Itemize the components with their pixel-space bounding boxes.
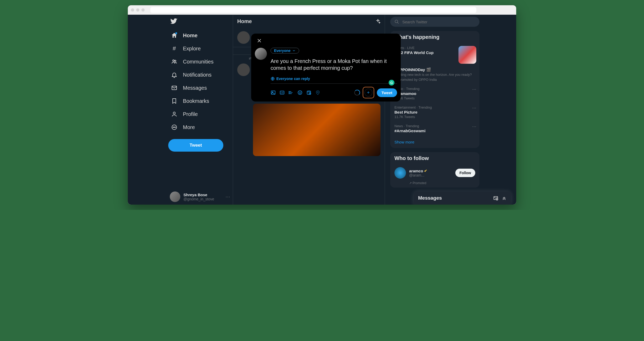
close-button[interactable] [255,36,264,45]
trend-thumbnail [458,46,476,64]
whats-happening-widget: What's happening Sports · LIVE 2022 FIFA… [390,31,479,148]
svg-point-6 [174,127,175,127]
media-image-icon[interactable] [271,90,276,95]
trend-count: 9,906 Tweets [394,96,475,100]
nav-communities[interactable]: Communities [167,55,233,68]
nav-bookmarks[interactable]: Bookmarks [167,94,233,108]
nav-explore-label: Explore [183,46,201,52]
trend-meta: Entertainment · Trending [394,105,475,109]
trend-count: 11.7K Tweets [394,115,475,119]
trend-item-bestpicture[interactable]: Entertainment · Trending Best Picture 11… [390,103,479,121]
nav-messages[interactable]: Messages [167,81,233,94]
account-handle: @gnome_in_stove [183,197,214,201]
compose-tweet-button[interactable]: Tweet [377,88,397,97]
url-bar[interactable] [150,7,476,13]
expand-dock-icon[interactable] [502,195,507,201]
svg-point-19 [300,92,301,93]
compose-text-input[interactable]: Are you a French Press or a Moka Pot fan… [271,58,397,71]
trend-item-arnab[interactable]: News · Trending #ArnabGoswami ⋯ [390,121,479,136]
svg-point-14 [289,91,289,92]
trend-more-icon[interactable]: ⋯ [472,87,476,92]
explore-icon: # [171,45,178,52]
close-icon [257,38,262,43]
trend-name: #OPPOINNODay 🎬 [394,67,475,72]
svg-point-18 [299,92,300,93]
media-location-icon[interactable] [315,90,320,95]
svg-point-16 [289,93,289,94]
sidebar-tweet-button[interactable]: Tweet [168,139,223,152]
media-poll-icon[interactable] [288,90,294,95]
nav-profile-label: Profile [183,111,198,117]
media-schedule-icon[interactable] [306,90,312,95]
nav-bookmarks-label: Bookmarks [183,98,209,104]
trend-more-icon[interactable]: ⋯ [472,105,476,110]
compose-footer: GIF + Tweet [271,86,397,98]
envelope-icon [171,84,178,91]
account-switcher[interactable]: Shreya Bose @gnome_in_stove ⋯ [167,189,233,205]
browser-titlebar [128,5,516,15]
char-count-circle [354,90,360,95]
svg-text:GIF: GIF [281,92,284,94]
who-to-follow-widget: Who to follow aramco ✔ @aram... Follow ↗… [390,152,479,188]
trend-item-worldcup[interactable]: Sports · LIVE 2022 FIFA World Cup [390,43,479,58]
trend-name: Best Picture [394,110,475,114]
media-gif-icon[interactable]: GIF [279,90,285,95]
reply-settings-label: Everyone can reply [276,77,310,81]
svg-point-8 [395,20,398,23]
nav-communities-label: Communities [183,59,214,65]
nav-notifications[interactable]: Notifications [167,68,233,81]
twitter-app: Home # Explore Communities Notifications… [128,15,516,205]
tweet-avatar[interactable] [237,63,250,76]
nav-notifications-label: Notifications [183,72,212,78]
search-box[interactable] [390,17,479,27]
profile-icon [171,111,178,118]
twitter-logo[interactable] [170,18,233,27]
bookmark-icon [171,98,178,104]
search-input[interactable] [402,20,475,24]
messages-dock[interactable]: Messages [414,191,511,205]
nav-profile[interactable]: Profile [167,108,233,121]
follow-button[interactable]: Follow [455,169,475,177]
tutorial-highlight: + [363,87,374,98]
nav-home-label: Home [183,33,198,39]
account-name: Shreya Bose [183,193,214,197]
svg-point-5 [173,127,173,127]
bell-icon [171,71,178,78]
account-avatar [170,191,180,202]
audience-selector[interactable]: Everyone [271,48,299,54]
add-tweet-button[interactable]: + [365,89,372,97]
media-emoji-icon[interactable] [297,90,303,95]
reply-settings[interactable]: Everyone can reply [271,77,397,81]
nav-messages-label: Messages [183,85,207,91]
page-title: Home [237,18,252,24]
promoted-label: ↗ Promoted [390,181,479,188]
svg-point-22 [317,92,318,93]
close-dot[interactable] [131,8,134,12]
follow-avatar [394,167,406,179]
follow-item-aramco[interactable]: aramco ✔ @aram... Follow [390,164,479,181]
svg-point-7 [175,127,176,127]
minimize-dot[interactable] [136,8,139,12]
sparkle-icon[interactable] [375,19,381,24]
trend-desc: Exciting new tech is on the horizon. Are… [394,73,475,77]
tweet-media[interactable] [253,104,381,156]
grammarly-icon[interactable]: G [389,80,394,86]
trend-name: #mamamoo [394,91,475,96]
trend-item-mamamoo[interactable]: Music · Trending #mamamoo 9,906 Tweets ⋯ [390,84,479,103]
divider [271,83,397,84]
account-more-icon[interactable]: ⋯ [225,194,230,200]
nav-explore[interactable]: # Explore [167,42,233,55]
trend-more-icon[interactable]: ⋯ [472,124,476,129]
trend-item-oppo[interactable]: #OPPOINNODay 🎬 Exciting new tech is on t… [390,64,479,84]
composer-avatar [237,31,250,44]
timeline-header: Home [233,15,385,28]
new-message-icon[interactable] [493,195,498,201]
nav-home[interactable]: Home [167,29,233,42]
svg-point-17 [298,91,302,95]
maximize-dot[interactable] [141,8,145,12]
show-more-link[interactable]: Show more [390,136,479,148]
search-icon [394,19,399,24]
more-icon [171,124,178,131]
trend-promoted: ↗ Promoted by OPPO India [394,78,475,82]
nav-more[interactable]: More [167,121,233,134]
